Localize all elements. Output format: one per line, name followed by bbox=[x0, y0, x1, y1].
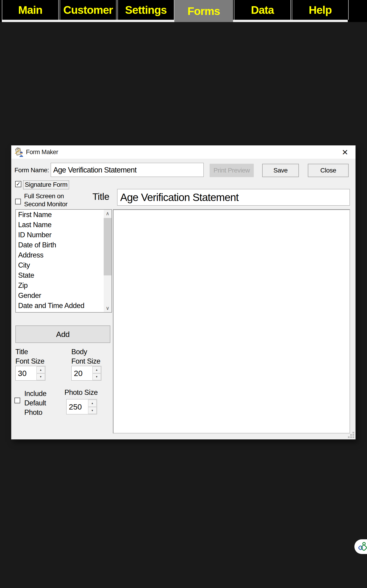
field-option[interactable]: Date of Birth bbox=[16, 240, 111, 250]
body-font-size-label-line2: Font Size bbox=[71, 356, 100, 366]
tab-help[interactable]: Help bbox=[292, 0, 349, 20]
window-close-button[interactable]: ✕ bbox=[340, 148, 350, 157]
field-option[interactable]: First Name bbox=[16, 210, 111, 220]
form-title-input[interactable] bbox=[117, 189, 350, 206]
resize-grip[interactable] bbox=[348, 432, 354, 438]
title-font-size-up-button[interactable]: ▲ bbox=[36, 366, 45, 373]
field-option[interactable]: Address bbox=[16, 250, 111, 260]
photo-size-label: Photo Size bbox=[65, 389, 98, 397]
tab-help-label: Help bbox=[309, 4, 332, 16]
title-font-size-down-button[interactable]: ▼ bbox=[36, 373, 45, 380]
include-photo-label-line2: Default bbox=[24, 398, 46, 408]
desktop-background: Main Customer Settings Forms Data Help F… bbox=[0, 0, 367, 588]
field-option[interactable]: Zip bbox=[16, 280, 111, 291]
tab-settings-label: Settings bbox=[125, 4, 167, 16]
field-option[interactable]: Last Name bbox=[16, 220, 111, 230]
accessibility-button[interactable] bbox=[354, 539, 367, 554]
add-field-button[interactable]: Add bbox=[15, 326, 110, 343]
fullscreen-label-line1: Full Screen on bbox=[24, 192, 67, 200]
tab-customer[interactable]: Customer bbox=[60, 0, 117, 20]
body-font-size-spinner: ▲ ▼ bbox=[71, 366, 101, 380]
accessibility-icon bbox=[358, 542, 367, 552]
photo-size-up-button[interactable]: ▲ bbox=[88, 400, 97, 407]
fullscreen-label-line2: Second Monitor bbox=[24, 200, 67, 208]
print-preview-button[interactable]: Print Preview bbox=[210, 164, 254, 177]
form-maker-app-icon bbox=[15, 147, 24, 157]
close-button[interactable]: Close bbox=[308, 164, 349, 177]
field-option[interactable]: ID Number bbox=[16, 230, 111, 240]
title-font-size-label-line1: Title bbox=[15, 347, 44, 356]
body-font-size-input[interactable] bbox=[72, 366, 92, 380]
check-icon: ✓ bbox=[16, 181, 20, 187]
fullscreen-second-monitor-label[interactable]: Full Screen on Second Monitor bbox=[24, 192, 67, 208]
tab-data[interactable]: Data bbox=[234, 0, 291, 20]
signature-form-label[interactable]: Signature Form bbox=[23, 181, 69, 189]
window-titlebar[interactable]: Form Maker ✕ bbox=[11, 145, 356, 159]
include-default-photo-label[interactable]: Include Default Photo bbox=[24, 389, 46, 417]
title-font-size-label-line2: Font Size bbox=[15, 356, 44, 366]
tab-forms-label: Forms bbox=[187, 5, 220, 17]
photo-size-input[interactable] bbox=[67, 399, 88, 414]
tab-data-label: Data bbox=[251, 4, 274, 16]
field-option[interactable]: Date and Time Added bbox=[16, 301, 111, 311]
title-font-size-label: Title Font Size bbox=[15, 347, 44, 366]
form-name-input[interactable] bbox=[51, 163, 204, 177]
form-title-label: Title bbox=[92, 191, 109, 202]
photo-size-down-button[interactable]: ▼ bbox=[88, 407, 97, 414]
window-title: Form Maker bbox=[26, 149, 58, 156]
form-maker-window: Form Maker ✕ Form Name: Print Preview Sa… bbox=[11, 145, 356, 439]
body-font-size-up-button[interactable]: ▲ bbox=[92, 366, 101, 373]
field-option[interactable]: Gender bbox=[16, 291, 111, 301]
tab-main[interactable]: Main bbox=[2, 0, 59, 20]
body-font-size-label-line1: Body bbox=[71, 347, 100, 356]
save-button[interactable]: Save bbox=[262, 164, 299, 177]
listbox-scrollbar: ∧ ∨ bbox=[104, 210, 111, 312]
field-option[interactable]: State bbox=[16, 270, 111, 280]
signature-form-checkbox[interactable]: ✓ bbox=[15, 181, 21, 187]
tab-main-label: Main bbox=[18, 4, 42, 16]
body-font-size-down-button[interactable]: ▼ bbox=[92, 373, 101, 380]
tab-customer-label: Customer bbox=[63, 4, 113, 16]
scroll-up-button[interactable]: ∧ bbox=[104, 210, 111, 217]
body-font-size-label: Body Font Size bbox=[71, 347, 100, 366]
tab-settings[interactable]: Settings bbox=[117, 0, 174, 20]
include-photo-label-line3: Photo bbox=[24, 408, 46, 417]
include-photo-label-line1: Include bbox=[24, 389, 46, 398]
field-option[interactable]: City bbox=[16, 260, 111, 270]
form-body-editor[interactable] bbox=[113, 209, 350, 433]
main-menu-bar: Main Customer Settings Forms Data Help bbox=[0, 0, 367, 22]
title-font-size-input[interactable] bbox=[16, 366, 36, 380]
photo-size-spinner: ▲ ▼ bbox=[66, 399, 97, 414]
scroll-down-button[interactable]: ∨ bbox=[104, 304, 111, 312]
title-font-size-spinner: ▲ ▼ bbox=[15, 366, 45, 380]
include-default-photo-checkbox[interactable] bbox=[15, 398, 20, 403]
tab-forms[interactable]: Forms bbox=[174, 0, 233, 22]
fullscreen-second-monitor-checkbox[interactable] bbox=[15, 199, 21, 204]
scrollbar-thumb[interactable] bbox=[104, 218, 111, 275]
form-name-label: Form Name: bbox=[15, 166, 49, 174]
fields-listbox: First Name Last Name ID Number Date of B… bbox=[15, 209, 112, 313]
